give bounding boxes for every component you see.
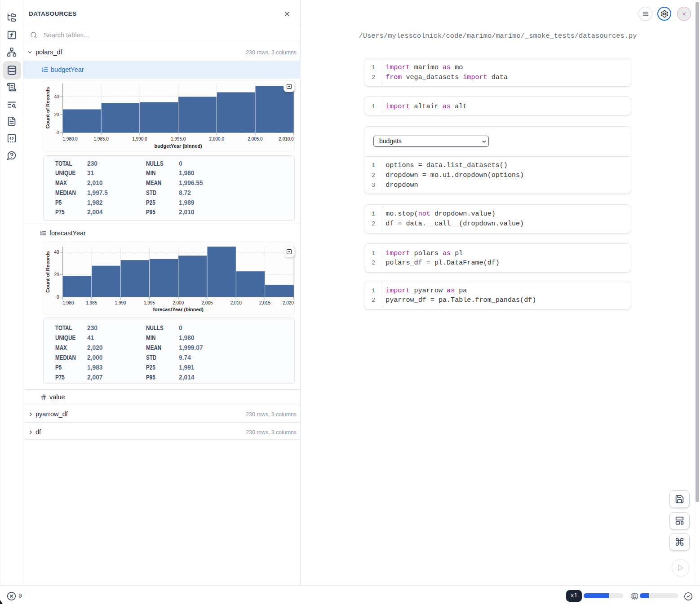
svg-text:2,020: 2,020 xyxy=(283,300,294,305)
svg-text:0: 0 xyxy=(57,130,59,135)
svg-text:1,985.0: 1,985.0 xyxy=(94,137,109,141)
svg-text:2,010.0: 2,010.0 xyxy=(279,137,294,141)
svg-text:1,995: 1,995 xyxy=(144,300,155,305)
svg-text:Count of Records: Count of Records xyxy=(45,87,50,128)
svg-text:20: 20 xyxy=(54,112,59,117)
svg-text:2,000.0: 2,000.0 xyxy=(209,137,225,141)
svg-text:1,995.0: 1,995.0 xyxy=(171,137,186,141)
svg-text:1,985: 1,985 xyxy=(86,300,97,305)
svg-text:40: 40 xyxy=(54,250,59,255)
svg-text:2,000: 2,000 xyxy=(173,300,184,305)
svg-text:2,005.0: 2,005.0 xyxy=(248,137,263,141)
svg-text:40: 40 xyxy=(54,94,59,99)
svg-text:20: 20 xyxy=(54,272,59,277)
svg-text:2,010: 2,010 xyxy=(230,300,242,305)
svg-text:2,005: 2,005 xyxy=(201,300,213,305)
svg-text:2,015: 2,015 xyxy=(259,300,270,305)
svg-text:0: 0 xyxy=(57,295,59,300)
svg-text:Count of Records: Count of Records xyxy=(45,251,50,292)
svg-text:1,990: 1,990 xyxy=(115,300,126,305)
svg-text:budgetYear (binned): budgetYear (binned) xyxy=(154,143,202,149)
svg-text:1,980: 1,980 xyxy=(63,300,74,305)
svg-text:1,990.0: 1,990.0 xyxy=(132,137,147,141)
svg-text:forecastYear (binned): forecastYear (binned) xyxy=(153,307,204,312)
svg-text:1,980.0: 1,980.0 xyxy=(63,137,78,141)
